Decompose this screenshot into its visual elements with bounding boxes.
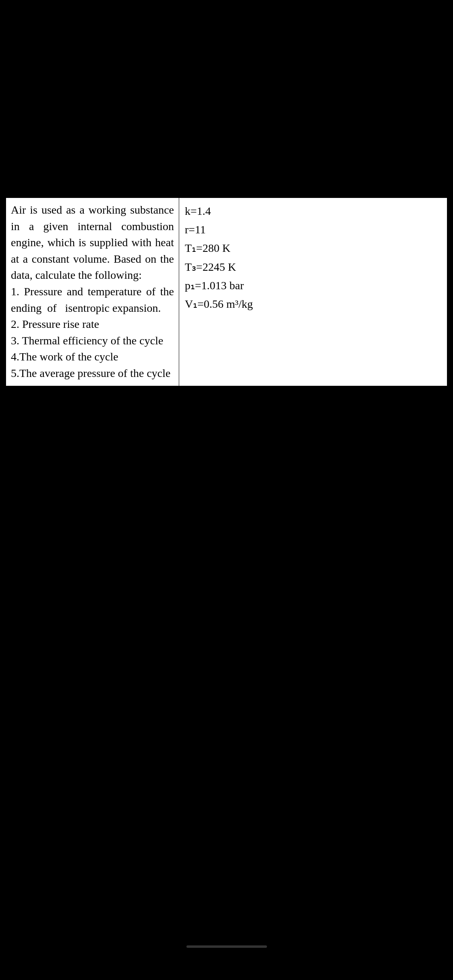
k-value: k=1.4 (185, 202, 441, 220)
V1-value: V₁=0.56 m³/kg (185, 295, 441, 313)
given-values-cell: k=1.4 r=11 T₁=280 K T₃=2245 K p₁=1.013 b… (179, 198, 447, 386)
problem-statement-cell: Air is used as a working substance in a … (6, 198, 179, 386)
r-value: r=11 (185, 220, 441, 239)
bottom-black-area (0, 432, 453, 980)
problem-table: Air is used as a working substance in a … (6, 197, 447, 387)
problem-statement-text: Air is used as a working substance in a … (11, 204, 174, 379)
T3-value: T₃=2245 K (185, 258, 441, 276)
T1-value: T₁=280 K (185, 239, 441, 257)
top-black-area (0, 0, 453, 197)
p1-value: p₁=1.013 bar (185, 276, 441, 295)
home-indicator (186, 945, 267, 948)
